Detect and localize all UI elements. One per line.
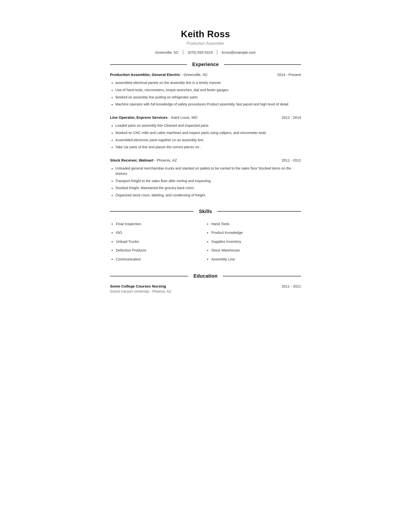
bullet: Organized stock room, labeling, and cond…: [110, 192, 301, 199]
skill-item: Unload Trucks: [110, 237, 206, 246]
job-location-1: -: [181, 73, 184, 77]
skills-section-header: Skills: [110, 209, 301, 214]
skill-item: Supplies Inventory: [206, 237, 301, 246]
edu-header-1: Some College Courses Nursing 2011 - 2011: [110, 284, 301, 288]
edu-dates-1: 2011 - 2011: [282, 284, 301, 288]
section-line-right: [224, 64, 301, 65]
contact-email: kross@example.com: [222, 50, 256, 54]
skills-section: Skills Final Inspection ISO Unload Truck…: [110, 209, 301, 264]
job-title-2: Line Operator, Express Services - Saint …: [110, 115, 197, 120]
job-location-text-3: Phoenix, AZ: [157, 158, 177, 162]
job-dates-3: 2011 - 2012: [282, 158, 301, 162]
job-location-sep-3: -: [154, 158, 157, 162]
job-header-3: Stock Receiver, Walmart - Phoenix, AZ 20…: [110, 158, 301, 162]
experience-section-header: Experience: [110, 62, 301, 67]
education-line-right: [223, 276, 301, 276]
job-location-sep-2: -: [168, 115, 171, 119]
skill-item: Stock Warehouse: [206, 246, 301, 255]
job-title-1: Production Assembler, General Electric -…: [110, 73, 208, 77]
education-section: Education Some College Courses Nursing 2…: [110, 273, 301, 293]
job-entry-2: Line Operator, Express Services - Saint …: [110, 115, 301, 151]
skill-item: Product Knowledge: [206, 228, 301, 237]
skill-item: Communication: [110, 255, 206, 264]
section-line-left: [110, 64, 187, 65]
bullet: Assembled electronic parts together on a…: [110, 137, 301, 144]
job-dates-2: 2012 - 2014: [282, 115, 301, 119]
edu-degree-1: Some College Courses Nursing: [110, 284, 166, 288]
job-dates-1: 2014 - Present: [277, 73, 301, 77]
education-line-left: [110, 276, 188, 276]
contact-phone: (570) 555-5319: [188, 50, 213, 54]
candidate-title: Production Assembler: [110, 41, 301, 46]
skills-right-column: Hand Tools Product Knowledge Supplies In…: [206, 219, 301, 264]
bullet: Unloaded general merchandise trucks and …: [110, 165, 301, 178]
bullet: Worked on assembly line putting on refri…: [110, 94, 301, 101]
contact-info: Greenville, SC │ (570) 555-5319 │ kross@…: [110, 50, 301, 54]
bullet: Loaded parts on assembly line Cleaned an…: [110, 122, 301, 129]
job-location-text-2: Saint Louis, MO: [171, 115, 197, 119]
contact-location: Greenville, SC: [155, 50, 179, 54]
skill-item: Hand Tools: [206, 219, 301, 228]
job-location-text-1: Greenville, SC: [184, 73, 208, 77]
skill-item: ISO: [110, 228, 206, 237]
bullet: Machine operator with full knowledge of …: [110, 101, 301, 108]
bullet: assembled electrical panels on the assem…: [110, 79, 301, 86]
job-entry-3: Stock Receiver, Walmart - Phoenix, AZ 20…: [110, 158, 301, 199]
separator-1: │: [182, 50, 185, 54]
job-title-3: Stock Receiver, Walmart - Phoenix, AZ: [110, 158, 177, 162]
edu-school-1: Grand Canyon University - Phoenix, AZ: [110, 289, 301, 293]
job-bullets-2: Loaded parts on assembly line Cleaned an…: [110, 122, 301, 151]
skills-section-title: Skills: [194, 209, 217, 214]
bullet: Worked on CNC mills and Lathe machines a…: [110, 129, 301, 137]
education-section-header: Education: [110, 273, 301, 279]
experience-section-title: Experience: [187, 62, 224, 67]
job-header-1: Production Assembler, General Electric -…: [110, 73, 301, 77]
skill-item: Assembly Line: [206, 255, 301, 264]
bullet: Stocked freight, Maintained the grocery …: [110, 184, 301, 192]
skills-line-left: [110, 211, 194, 212]
job-entry-1: Production Assembler, General Electric -…: [110, 73, 301, 108]
candidate-name: Keith Ross: [110, 29, 301, 39]
separator-2: │: [216, 50, 219, 54]
bullet: Transport freight to the sales floor aft…: [110, 178, 301, 185]
skills-grid: Final Inspection ISO Unload Trucks Defec…: [110, 219, 301, 264]
skills-line-right: [217, 211, 301, 212]
skill-item: Final Inspection: [110, 219, 206, 228]
bullet: Take car parts of line and places the co…: [110, 144, 301, 151]
bullet: Use of hand tools, micrometers, torque w…: [110, 86, 301, 94]
resume-container: Keith Ross Production Assembler Greenvil…: [91, 15, 320, 317]
resume-header: Keith Ross Production Assembler Greenvil…: [110, 29, 301, 54]
job-bullets-3: Unloaded general merchandise trucks and …: [110, 165, 301, 199]
education-entry-1: Some College Courses Nursing 2011 - 2011…: [110, 284, 301, 293]
education-section-title: Education: [188, 273, 223, 279]
skills-left-column: Final Inspection ISO Unload Trucks Defec…: [110, 219, 206, 264]
experience-section: Experience Production Assembler, General…: [110, 62, 301, 199]
job-header-2: Line Operator, Express Services - Saint …: [110, 115, 301, 120]
skill-item: Defective Products: [110, 246, 206, 255]
job-bullets-1: assembled electrical panels on the assem…: [110, 79, 301, 108]
